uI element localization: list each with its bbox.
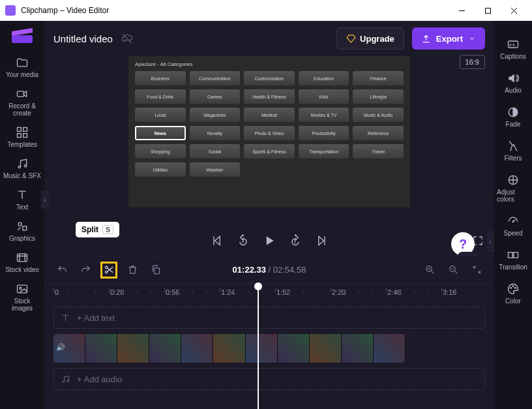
preview-category-cell: Social <box>190 144 241 159</box>
sidebar-item-transition[interactable]: Transition <box>497 245 529 275</box>
sidebar-item-music-sfx[interactable]: Music & SFX <box>3 153 42 183</box>
svg-rect-6 <box>23 134 27 138</box>
right-sidebar: Captions Audio Fade Filters Adjust color… <box>494 21 532 409</box>
svg-rect-27 <box>509 252 513 258</box>
upload-icon <box>421 34 431 44</box>
split-button[interactable] <box>100 262 117 279</box>
sidebar-item-templates[interactable]: Templates <box>3 122 42 152</box>
svg-point-13 <box>20 288 22 290</box>
upgrade-button[interactable]: Upgrade <box>336 27 404 50</box>
close-button[interactable] <box>501 1 527 20</box>
sidebar-item-label: Music & SFX <box>3 172 41 179</box>
app-title: Clipchamp – Video Editor <box>21 6 449 15</box>
playhead[interactable] <box>258 283 259 409</box>
sidebar-item-filters[interactable]: Filters <box>497 136 529 166</box>
ruler-label: 1:24 <box>221 288 235 296</box>
zoom-fit-button[interactable] <box>468 262 485 279</box>
sidebar-item-text[interactable]: Text <box>3 185 42 215</box>
left-sidebar: Your media Record & create Templates Mus… <box>0 21 44 409</box>
sidebar-item-record-create[interactable]: Record & create <box>3 83 42 121</box>
delete-button[interactable] <box>124 262 141 279</box>
text-track-placeholder[interactable]: + Add text <box>53 307 485 329</box>
skip-back-icon[interactable] <box>211 234 224 247</box>
svg-rect-28 <box>514 252 518 258</box>
undo-button[interactable] <box>53 262 70 279</box>
sidebar-item-speed[interactable]: Speed <box>497 211 529 241</box>
ruler-label: 0:56 <box>166 288 179 296</box>
preview-heading: Apasture - All Categories <box>135 61 404 67</box>
preview-category-cell: Travel <box>353 144 404 159</box>
timeline-tracks: + Add text 🔊 + Add audio <box>44 303 494 409</box>
preview-category-cell: Finance <box>353 71 404 85</box>
preview-canvas[interactable]: Apasture - All Categories BusinessCommun… <box>128 56 410 207</box>
preview-category-cell: Local <box>135 108 186 122</box>
sidebar-item-audio[interactable]: Audio <box>497 68 529 98</box>
skip-forward-icon[interactable] <box>315 234 328 247</box>
svg-point-7 <box>18 166 20 168</box>
sidebar-item-graphics[interactable]: Graphics <box>3 216 42 246</box>
preview-category-cell: Productivity <box>299 126 349 140</box>
maximize-button[interactable] <box>475 1 501 20</box>
preview-category-cell: Magazines <box>190 108 241 122</box>
editor-header: Untitled video Upgrade Export <box>44 21 494 56</box>
sidebar-item-your-media[interactable]: Your media <box>3 52 42 82</box>
svg-point-29 <box>510 288 512 289</box>
minimize-button[interactable] <box>449 1 475 20</box>
window-titlebar: Clipchamp – Video Editor <box>0 0 532 21</box>
svg-point-31 <box>515 288 516 289</box>
zoom-out-button[interactable] <box>445 262 462 279</box>
preview-category-cell: Communication <box>190 71 241 85</box>
svg-point-8 <box>24 165 26 167</box>
aspect-ratio-button[interactable]: 16:9 <box>460 55 485 69</box>
svg-rect-1 <box>12 35 33 43</box>
sidebar-item-stock-images[interactable]: Stock images <box>3 279 42 316</box>
forward-5-icon[interactable]: 5 <box>289 234 302 247</box>
sidebar-item-captions[interactable]: Captions <box>497 34 529 64</box>
svg-point-21 <box>63 381 65 383</box>
preview-category-cell: Games <box>190 89 241 104</box>
preview-category-cell: Customization <box>244 71 295 85</box>
preview-category-cell: Transportation <box>299 144 349 159</box>
timeline-toolbar: 01:22.33 / 02:54.58 <box>44 256 494 283</box>
sidebar-item-fade[interactable]: Fade <box>497 102 529 132</box>
export-button[interactable]: Export <box>412 27 485 50</box>
shortcut-key: S <box>102 225 113 234</box>
sidebar-item-label: Templates <box>7 141 37 148</box>
text-icon <box>61 313 70 323</box>
svg-rect-5 <box>18 134 22 138</box>
rewind-5-icon[interactable]: 5 <box>237 234 250 247</box>
sidebar-item-color[interactable]: Color <box>497 279 529 309</box>
duplicate-button[interactable] <box>147 262 164 279</box>
ruler-label: 0:28 <box>110 288 124 296</box>
cloud-sync-icon <box>121 32 134 45</box>
collapse-right-button[interactable]: ‹ <box>486 231 494 252</box>
redo-button[interactable] <box>77 262 94 279</box>
preview-category-cell: Music & Audio <box>353 108 404 122</box>
chevron-down-icon <box>468 35 476 42</box>
svg-rect-18 <box>154 268 159 274</box>
ruler-label: 3:16 <box>443 288 456 296</box>
music-icon <box>61 374 70 384</box>
ruler-label: 1:52 <box>276 288 290 296</box>
preview-category-cell: Photo & Video <box>244 126 295 140</box>
preview-category-cell: Education <box>299 71 349 85</box>
sidebar-item-stock-video[interactable]: Stock video <box>3 247 42 277</box>
preview-category-cell: Shopping <box>135 144 186 159</box>
video-title[interactable]: Untitled video <box>53 33 113 44</box>
play-icon[interactable] <box>263 234 276 247</box>
sidebar-item-adjust-colors[interactable]: Adjust colors <box>497 170 529 207</box>
diamond-icon <box>346 34 356 44</box>
preview-category-cell: Health & Fitness <box>244 89 295 104</box>
ruler-label: 0 <box>55 288 59 296</box>
zoom-in-button[interactable] <box>421 262 438 279</box>
preview-category-cell: Weather <box>190 162 241 177</box>
volume-icon: 🔊 <box>56 343 65 352</box>
timeline-ruler[interactable]: 00:280:561:241:522:202:483:16 <box>44 283 494 303</box>
sidebar-item-label: Your media <box>6 71 38 78</box>
svg-text:5: 5 <box>294 240 296 244</box>
ruler-label: 2:20 <box>332 288 346 296</box>
sidebar-item-label: Graphics <box>9 235 35 242</box>
svg-rect-12 <box>18 285 27 293</box>
audio-track-placeholder[interactable]: + Add audio <box>53 368 485 390</box>
video-clip[interactable]: 🔊 <box>53 334 406 363</box>
